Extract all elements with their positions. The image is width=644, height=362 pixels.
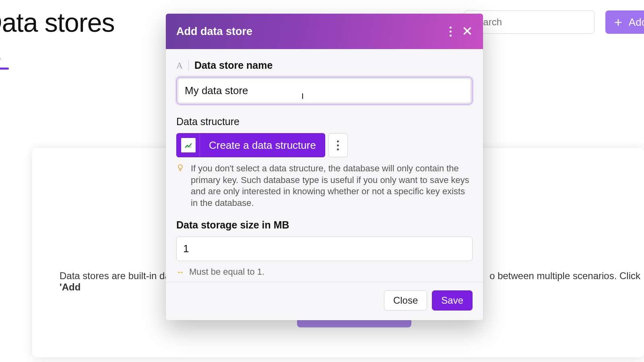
- data-store-name-input[interactable]: [178, 78, 471, 103]
- page-title: Data stores: [0, 7, 114, 38]
- storage-size-label: Data storage size in MB: [176, 219, 473, 231]
- modal-options-button[interactable]: [448, 25, 453, 38]
- close-icon: [462, 26, 473, 37]
- data-structure-options-button[interactable]: [328, 133, 348, 157]
- storage-size-input[interactable]: [176, 237, 473, 261]
- text-field-type-icon: A: [176, 60, 189, 71]
- close-button[interactable]: Close: [384, 290, 427, 311]
- arrows-horizontal-icon: ↔: [176, 267, 184, 277]
- modal-title: Add data store: [176, 25, 252, 38]
- structure-thumb: [177, 134, 200, 157]
- lightbulb-icon: [176, 164, 185, 209]
- create-data-structure-button[interactable]: Create a data structure: [176, 133, 325, 157]
- modal-header: Add data store: [166, 14, 483, 49]
- storage-size-constraint: Must be equal to 1.: [189, 267, 264, 277]
- add-data-store-button[interactable]: + Add: [605, 10, 644, 34]
- modal-footer: Close Save: [166, 282, 483, 320]
- modal-close-button[interactable]: [462, 26, 473, 37]
- kebab-icon: [448, 25, 453, 38]
- save-button[interactable]: Save: [432, 290, 473, 311]
- data-structure-hint: If you don't select a data structure, th…: [191, 163, 473, 209]
- tab-underline: [0, 68, 9, 70]
- search-input[interactable]: [464, 10, 594, 34]
- broken-image-icon: [184, 141, 193, 150]
- tab-all[interactable]: L: [0, 51, 1, 65]
- name-field-label: Data store name: [194, 60, 273, 71]
- data-structure-label: Data structure: [176, 116, 473, 128]
- add-button-label: Add: [629, 16, 644, 29]
- create-data-structure-label: Create a data structure: [200, 139, 325, 152]
- add-data-store-modal: Add data store A Data store name Data st…: [166, 14, 483, 320]
